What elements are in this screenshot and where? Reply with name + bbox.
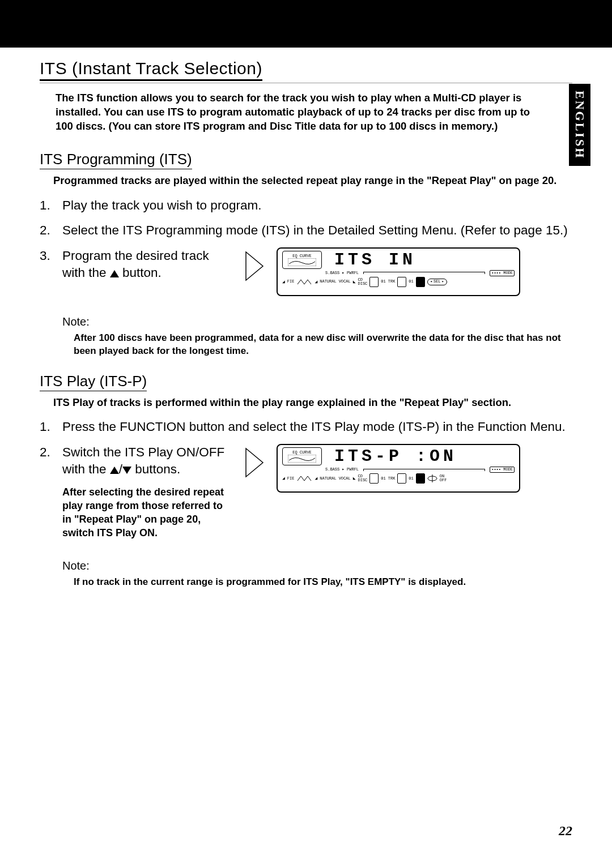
lcd-pwrfl: PWRFL xyxy=(347,467,359,472)
lcd-black-seg xyxy=(416,277,425,287)
section2-step2-text-b: buttons. xyxy=(131,462,180,476)
up-triangle-icon xyxy=(110,270,119,277)
lcd-pwrfl: PWRFL xyxy=(347,271,359,276)
eq-curve-box: EQ CURVE xyxy=(282,447,322,465)
section2-note-label: Note: xyxy=(62,559,572,572)
lcd-trk-seg xyxy=(397,473,406,484)
section2-steps: Press the FUNCTION button and select the… xyxy=(40,418,572,540)
header-black-band xyxy=(0,0,612,48)
section2-note-body: If no track in the current range is prog… xyxy=(74,576,572,589)
lcd-vocal: VOCAL xyxy=(339,279,351,284)
lcd-sbass: S.BASS xyxy=(325,467,339,472)
section2-step1: Press the FUNCTION button and select the… xyxy=(40,418,572,435)
lcd-display-its-in: EQ CURVE ITS IN S.BASS ▸ PWRFL •••• MODE xyxy=(277,247,520,296)
section1-step3-text-b: button. xyxy=(119,266,162,280)
up-triangle-icon xyxy=(110,467,119,474)
section1-step2: Select the ITS Programming mode (ITS) in… xyxy=(40,222,572,239)
lcd-mode: •••• MODE xyxy=(490,270,515,276)
section1-note-body: After 100 discs have been programmed, da… xyxy=(74,332,572,358)
section1-note-label: Note: xyxy=(62,315,572,328)
lcd-sel-pill: ◂SEL▸ xyxy=(427,279,447,285)
lcd-black-seg xyxy=(416,473,425,484)
section2-after-text: After selecting the desired repeat play … xyxy=(62,485,232,540)
section1-step3: Program the desired track with the butto… xyxy=(40,247,572,296)
section1-step1: Play the track you wish to program. xyxy=(40,197,572,214)
language-tab: ENGLISH xyxy=(569,84,590,166)
section2-heading: ITS Play (ITS-P) xyxy=(40,373,147,391)
section2-intro: ITS Play of tracks is performed within t… xyxy=(40,396,572,410)
main-heading: ITS (Instant Track Selection) xyxy=(40,59,262,81)
down-triangle-icon xyxy=(122,467,131,474)
section2-step2: Switch the ITS Play ON/OFF with the / bu… xyxy=(40,444,572,540)
lcd-sbass: S.BASS xyxy=(325,271,339,276)
page-number: 22 xyxy=(559,823,572,839)
toggle-icon xyxy=(427,474,437,482)
lcd-trk-seg xyxy=(397,277,406,287)
lcd-natural: NATURAL xyxy=(320,476,336,481)
lcd-vocal: VOCAL xyxy=(339,476,351,481)
lcd-main-text: ITS IN xyxy=(325,251,515,268)
lcd-main-text: ITS-P :ON xyxy=(325,448,515,465)
play-triangle-icon xyxy=(245,251,264,281)
lcd-natural: NATURAL xyxy=(320,279,336,284)
lcd-disc-seg xyxy=(369,473,379,484)
page-content: ITS (Instant Track Selection) The ITS fu… xyxy=(0,48,612,589)
lcd-disc-seg xyxy=(369,277,379,287)
play-triangle-icon xyxy=(245,447,264,478)
eq-curve-box: EQ CURVE xyxy=(282,251,322,269)
intro-paragraph: The ITS function allows you to search fo… xyxy=(40,91,538,134)
lcd-display-its-p: EQ CURVE ITS-P :ON S.BASS ▸ PWRFL •••• M… xyxy=(277,444,520,493)
main-heading-rule: ITS (Instant Track Selection) xyxy=(40,59,572,83)
section1-heading: ITS Programming (ITS) xyxy=(40,151,192,169)
lcd-mode: •••• MODE xyxy=(490,467,515,473)
lcd-fie: FIE xyxy=(287,279,295,284)
svg-marker-0 xyxy=(246,252,263,280)
svg-marker-2 xyxy=(246,448,263,477)
lcd-fie: FIE xyxy=(287,476,295,481)
section1-intro: Programmed tracks are played within the … xyxy=(40,174,572,188)
section1-steps: Play the track you wish to program. Sele… xyxy=(40,197,572,296)
